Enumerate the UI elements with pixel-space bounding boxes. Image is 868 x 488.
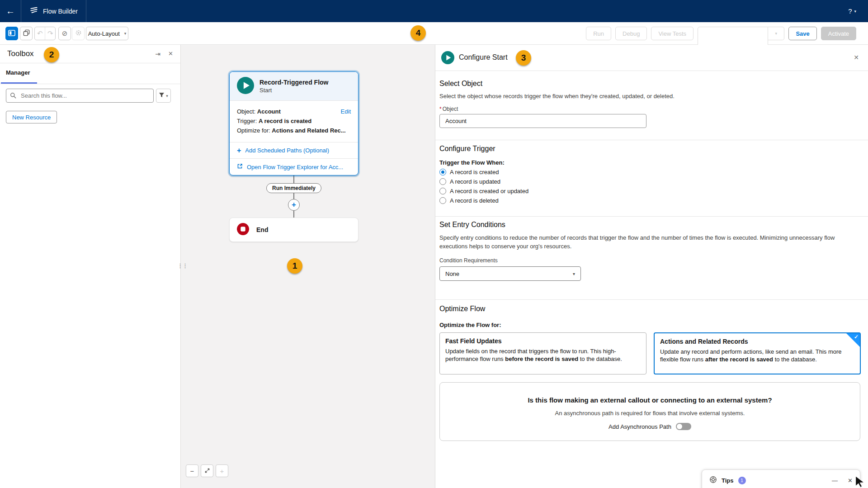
- close-toolbox-icon[interactable]: ✕: [168, 50, 173, 57]
- chevron-down-icon: ▾: [573, 271, 575, 276]
- tips-count-badge: 1: [738, 477, 746, 484]
- external-link-icon: [237, 163, 243, 171]
- tips-window: Tips 1 — ✕: [702, 469, 860, 488]
- zoom-in-button[interactable]: +: [216, 464, 228, 477]
- add-async-path-toggle[interactable]: [676, 423, 691, 430]
- save-options-dropdown-button[interactable]: ▾: [768, 27, 784, 40]
- card-fast-field-updates[interactable]: Fast Field Updates Update fields on the …: [439, 332, 646, 374]
- filter-funnel-icon: [159, 92, 165, 99]
- trigger-value: A record is created: [259, 118, 311, 124]
- filter-dropdown-button[interactable]: ▾: [156, 89, 171, 103]
- pin-panel-icon[interactable]: ⇥: [155, 50, 160, 57]
- help-icon: ?: [848, 7, 852, 15]
- add-scheduled-paths-link[interactable]: + Add Scheduled Paths (Optional): [230, 142, 358, 158]
- radio-unselected-icon: [439, 197, 446, 204]
- tips-lifering-icon: [709, 476, 717, 485]
- flow-canvas[interactable]: ⋮⋮ Record-Triggered Flow Start Object: A…: [181, 45, 435, 488]
- flow-connector-line: [293, 175, 294, 218]
- async-path-label: Add Asynchronous Path: [609, 423, 671, 430]
- optimize-flow-heading: Optimize Flow: [439, 305, 485, 313]
- async-path-row: Add Asynchronous Path: [440, 423, 860, 430]
- optimize-for-label: Optimize the Flow for:: [439, 322, 501, 328]
- canvas-toolbar: ↶ ↷ ⊘ Auto-Layout ▾ 4 Run Debug View Tes…: [0, 22, 868, 45]
- section-divider: [435, 299, 868, 300]
- annotation-badge-3: 3: [516, 50, 531, 66]
- condition-requirements-select[interactable]: None ▾: [439, 266, 581, 281]
- main-area: Toolbox 2 ⇥ ✕ Manager: [0, 45, 868, 488]
- flow-builder-app: ← Flow Builder ? ▾: [0, 0, 868, 488]
- settings-button[interactable]: [72, 27, 85, 40]
- fit-to-view-button[interactable]: [201, 464, 213, 477]
- close-icon[interactable]: ✕: [848, 477, 853, 484]
- start-play-icon: [441, 51, 454, 66]
- card-actions-and-related-records[interactable]: ✓ Actions and Related Records Update any…: [654, 332, 861, 374]
- layout-select-value: Auto-Layout: [88, 30, 120, 37]
- help-menu[interactable]: ? ▾: [848, 0, 856, 22]
- run-button[interactable]: Run: [586, 27, 611, 40]
- search-input[interactable]: [6, 89, 154, 103]
- select-elements-button[interactable]: [20, 27, 33, 40]
- trigger-when-label: Trigger the Flow When:: [439, 159, 505, 166]
- disable-element-button[interactable]: ⊘: [58, 27, 71, 40]
- radio-record-updated[interactable]: A record is updated: [439, 178, 500, 185]
- redo-button[interactable]: ↷: [45, 27, 55, 40]
- flow-builder-logo-icon: [29, 6, 38, 17]
- debug-button[interactable]: Debug: [615, 27, 647, 40]
- view-tests-button[interactable]: View Tests: [651, 27, 693, 40]
- tab-manager[interactable]: Manager: [6, 69, 30, 76]
- fit-view-icon: [204, 467, 210, 475]
- end-node[interactable]: End: [229, 218, 359, 242]
- add-element-button[interactable]: +: [288, 199, 300, 211]
- app-title: Flow Builder: [43, 8, 78, 15]
- plus-icon: +: [220, 467, 224, 475]
- tips-title: Tips: [722, 477, 734, 484]
- object-row: Object: Account Edit: [237, 108, 351, 115]
- end-node-label: End: [256, 226, 268, 233]
- object-combobox[interactable]: [439, 114, 646, 128]
- plus-icon: +: [292, 200, 296, 209]
- plus-icon: +: [237, 148, 241, 153]
- start-play-icon: [237, 77, 254, 96]
- redo-icon: ↷: [47, 29, 53, 38]
- radio-record-deleted[interactable]: A record is deleted: [439, 197, 499, 204]
- chevron-down-icon: ▾: [775, 31, 778, 36]
- open-trigger-explorer-link[interactable]: Open Flow Trigger Explorer for Acc...: [230, 158, 358, 175]
- object-field-label: *Object: [439, 106, 458, 112]
- radio-record-created[interactable]: A record is created: [439, 169, 499, 175]
- optimize-value: Actions and Related Rec...: [272, 127, 345, 134]
- zoom-out-button[interactable]: −: [186, 464, 198, 477]
- annotation-badge-4: 4: [410, 25, 426, 41]
- start-node[interactable]: Record-Triggered Flow Start Object: Acco…: [229, 71, 359, 175]
- annotation-badge-2: 2: [44, 47, 59, 62]
- copy-elements-icon: [23, 29, 30, 38]
- panel-resize-handle[interactable]: ⋮⋮: [177, 262, 187, 269]
- layout-select-dropdown[interactable]: Auto-Layout ▾: [86, 27, 128, 40]
- select-object-description: Select the object whose records trigger …: [439, 92, 675, 100]
- save-button[interactable]: Save: [788, 27, 816, 40]
- edit-link[interactable]: Edit: [341, 108, 351, 115]
- back-arrow-icon: ←: [6, 6, 15, 16]
- toolbox-tabs: Manager: [0, 63, 180, 84]
- new-resource-button[interactable]: New Resource: [6, 111, 57, 123]
- toggle-toolbox-button[interactable]: [5, 27, 18, 40]
- condition-requirements-label: Condition Requirements: [439, 257, 498, 264]
- required-asterisk: *: [439, 106, 442, 112]
- chevron-down-icon: ▾: [166, 94, 168, 98]
- section-divider: [435, 216, 868, 217]
- configure-start-panel: Configure Start 3 ✕ Select Object Select…: [435, 45, 868, 488]
- minimize-icon[interactable]: —: [832, 477, 838, 484]
- activate-button[interactable]: Activate: [821, 27, 856, 40]
- radio-record-created-or-updated[interactable]: A record is created or updated: [439, 188, 528, 194]
- select-object-heading: Select Object: [439, 80, 482, 88]
- trigger-row: Trigger: A record is created: [237, 118, 351, 124]
- undo-button[interactable]: ↶: [35, 27, 45, 40]
- panel-title: Configure Start: [459, 53, 508, 62]
- configure-trigger-heading: Configure Trigger: [439, 145, 495, 153]
- panel-header: Configure Start 3 ✕: [435, 45, 868, 71]
- start-node-details: Object: Account Edit Trigger: A record i…: [230, 100, 358, 142]
- radio-selected-icon: [439, 169, 446, 175]
- back-button[interactable]: ←: [0, 0, 21, 22]
- gear-icon: [75, 29, 82, 38]
- close-panel-icon[interactable]: ✕: [854, 54, 859, 61]
- external-callout-question: Is this flow making an external callout …: [440, 396, 860, 404]
